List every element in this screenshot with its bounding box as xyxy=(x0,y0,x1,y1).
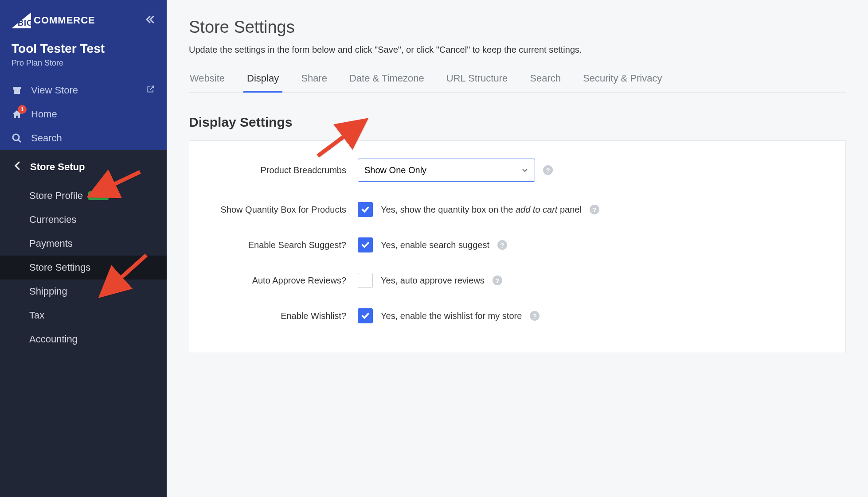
collapse-sidebar-icon[interactable] xyxy=(145,14,155,27)
check-icon xyxy=(360,205,370,214)
field-product-breadcrumbs: Product Breadcrumbs Show One Only ? xyxy=(207,159,828,182)
store-name: Tool Tester Test xyxy=(12,42,155,56)
sidebar-item-label: Store Settings xyxy=(29,262,90,273)
field-label: Enable Search Suggest? xyxy=(207,240,358,250)
nav-label: View Store xyxy=(31,85,78,96)
field-search-suggest: Enable Search Suggest? Yes, enable searc… xyxy=(207,237,828,252)
help-icon[interactable]: ? xyxy=(530,311,540,321)
brand-text: COMMERCE xyxy=(34,15,95,26)
storefront-icon xyxy=(12,85,22,96)
sidebar-item-currencies[interactable]: Currencies xyxy=(0,208,167,232)
page-title: Store Settings xyxy=(189,18,846,37)
tab-row: WebsiteDisplayShareDate & TimezoneURL St… xyxy=(189,70,846,93)
auto-approve-checkbox[interactable] xyxy=(358,273,373,288)
sidebar-item-payments[interactable]: Payments xyxy=(0,232,167,256)
sidebar-item-tax[interactable]: Tax xyxy=(0,303,167,327)
tab-website[interactable]: Website xyxy=(189,70,226,92)
external-link-icon xyxy=(146,85,155,96)
nav-view-store[interactable]: View Store xyxy=(0,78,167,102)
svg-point-2 xyxy=(13,134,19,140)
field-auto-approve: Auto Approve Reviews? Yes, auto approve … xyxy=(207,273,828,288)
section-header-label: Store Setup xyxy=(30,161,85,173)
nav-label: Search xyxy=(31,132,62,144)
field-label: Enable Wishlist? xyxy=(207,311,358,321)
logo-row: BIG COMMERCE xyxy=(12,12,155,28)
sidebar-item-label: Currencies xyxy=(29,214,76,225)
nav-home[interactable]: 1 Home xyxy=(0,102,167,126)
nav-section: View Store 1 Home Search xyxy=(0,72,167,150)
chevron-left-icon xyxy=(14,161,20,173)
nav-label: Home xyxy=(31,109,57,120)
help-icon[interactable]: ? xyxy=(493,276,502,285)
sidebar: BIG COMMERCE Tool Tester Test Pro Plan S… xyxy=(0,0,167,497)
tab-date-timezone[interactable]: Date & Timezone xyxy=(348,70,425,92)
wishlist-checkbox[interactable] xyxy=(358,308,373,323)
field-label: Product Breadcrumbs xyxy=(207,165,358,175)
store-setup-section: Store Setup Store ProfileNEWCurrenciesPa… xyxy=(0,150,167,497)
main-content: Store Settings Update the settings in th… xyxy=(167,0,868,497)
check-icon xyxy=(360,240,370,250)
page-description: Update the settings in the form below an… xyxy=(189,45,846,55)
sidebar-top: BIG COMMERCE Tool Tester Test Pro Plan S… xyxy=(0,0,167,72)
nav-search[interactable]: Search xyxy=(0,126,167,150)
home-badge: 1 xyxy=(18,105,27,114)
sidebar-item-accounting[interactable]: Accounting xyxy=(0,327,167,351)
sidebar-item-label: Shipping xyxy=(29,286,67,297)
tab-search[interactable]: Search xyxy=(529,70,562,92)
sidebar-item-label: Store Profile xyxy=(29,190,83,202)
help-icon[interactable]: ? xyxy=(590,205,599,214)
svg-text:BIG: BIG xyxy=(18,19,32,27)
help-icon[interactable]: ? xyxy=(497,240,507,250)
brand-logo[interactable]: BIG COMMERCE xyxy=(12,12,95,28)
sidebar-item-label: Payments xyxy=(29,238,73,249)
logo-icon: BIG xyxy=(12,12,32,28)
field-label: Auto Approve Reviews? xyxy=(207,276,358,286)
select-value: Show One Only xyxy=(364,165,426,175)
search-icon xyxy=(12,133,22,144)
tab-display[interactable]: Display xyxy=(246,70,280,92)
field-quantity-box: Show Quantity Box for Products Yes, show… xyxy=(207,202,828,217)
section-header-store-setup[interactable]: Store Setup xyxy=(0,150,167,184)
field-wishlist: Enable Wishlist? Yes, enable the wishlis… xyxy=(207,308,828,323)
sidebar-item-shipping[interactable]: Shipping xyxy=(0,280,167,303)
sidebar-item-label: Accounting xyxy=(29,334,78,345)
check-icon xyxy=(360,311,370,321)
new-badge: NEW xyxy=(88,191,109,200)
tab-security-privacy[interactable]: Security & Privacy xyxy=(582,70,663,92)
sidebar-item-store-settings[interactable]: Store Settings xyxy=(0,256,167,280)
search-suggest-checkbox[interactable] xyxy=(358,237,373,252)
display-settings-panel: Product Breadcrumbs Show One Only ? Show… xyxy=(189,140,846,353)
help-icon[interactable]: ? xyxy=(543,165,553,175)
breadcrumbs-select[interactable]: Show One Only xyxy=(358,159,535,182)
quantity-checkbox[interactable] xyxy=(358,202,373,217)
plan-name: Pro Plan Store xyxy=(12,58,155,68)
checkbox-label: Yes, auto approve reviews xyxy=(381,276,485,286)
tab-share[interactable]: Share xyxy=(300,70,328,92)
field-label: Show Quantity Box for Products xyxy=(207,205,358,215)
chevron-down-icon xyxy=(521,167,528,174)
checkbox-label: Yes, enable search suggest xyxy=(381,240,489,250)
sidebar-item-label: Tax xyxy=(29,310,44,321)
sidebar-item-store-profile[interactable]: Store ProfileNEW xyxy=(0,184,167,208)
checkbox-label: Yes, enable the wishlist for my store xyxy=(381,311,522,321)
tab-url-structure[interactable]: URL Structure xyxy=(446,70,509,92)
display-settings-heading: Display Settings xyxy=(189,115,846,130)
checkbox-label: Yes, show the quantity box on the add to… xyxy=(381,205,582,215)
